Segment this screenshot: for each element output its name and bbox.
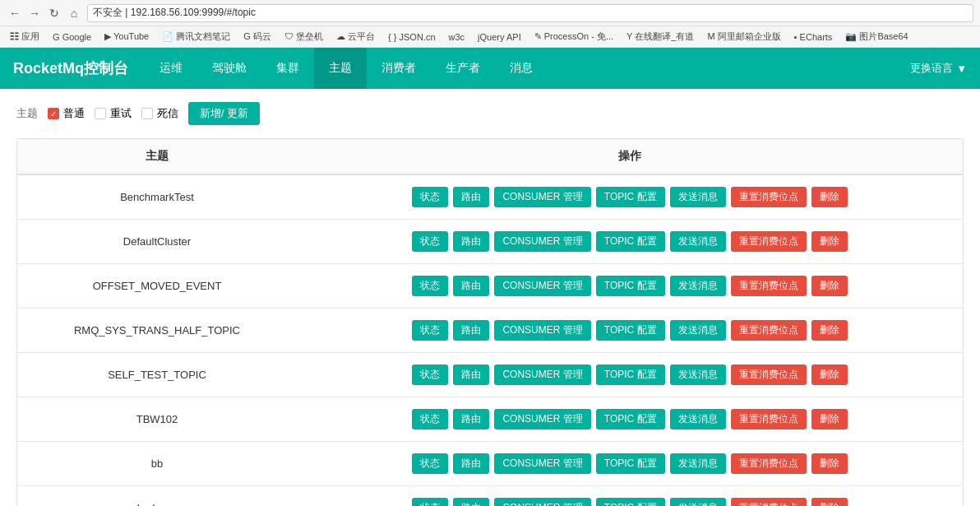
bookmark-google[interactable]: G Google (49, 31, 95, 43)
consumer-button[interactable]: CONSUMER 管理 (494, 364, 590, 385)
bookmark-tencent[interactable]: 📄 腾讯文档笔记 (159, 30, 233, 44)
delete-button[interactable]: 删除 (811, 409, 848, 429)
topic-config-button[interactable]: TOPIC 配置 (596, 320, 665, 341)
delete-button[interactable]: 删除 (811, 364, 848, 385)
nav-item-cluster[interactable]: 集群 (261, 48, 314, 89)
checkbox-dead-box[interactable] (141, 108, 153, 119)
reset-offset-button[interactable]: 重置消费位点 (731, 453, 807, 474)
action-btns-group: 状态路由CONSUMER 管理TOPIC 配置发送消息重置消费位点删除 (310, 231, 950, 252)
topic-config-button[interactable]: TOPIC 配置 (596, 187, 665, 207)
topic-config-button[interactable]: TOPIC 配置 (596, 276, 665, 296)
delete-button[interactable]: 删除 (811, 498, 848, 506)
send-msg-button[interactable]: 发送消息 (670, 453, 726, 474)
consumer-button[interactable]: CONSUMER 管理 (494, 276, 590, 296)
nav-item-producer[interactable]: 生产者 (431, 48, 495, 89)
bookmark-alibaba[interactable]: M 阿里邮箱企业版 (704, 30, 784, 44)
reset-offset-button[interactable]: 重置消费位点 (731, 409, 807, 429)
route-button[interactable]: 路由 (453, 276, 489, 296)
delete-button[interactable]: 删除 (811, 231, 848, 252)
bookmark-apps[interactable]: ☷ 应用 (7, 30, 43, 44)
send-msg-button[interactable]: 发送消息 (670, 364, 726, 385)
consumer-button[interactable]: CONSUMER 管理 (494, 231, 590, 252)
refresh-button[interactable]: ↻ (46, 5, 62, 21)
checkbox-retry[interactable]: 重试 (95, 106, 132, 121)
delete-button[interactable]: 删除 (811, 320, 848, 341)
bookmark-json[interactable]: { } JSON.cn (385, 31, 438, 43)
reset-offset-button[interactable]: 重置消费位点 (731, 231, 807, 252)
col-header-topic: 主题 (17, 139, 297, 174)
status-button[interactable]: 状态 (412, 187, 448, 207)
status-button[interactable]: 状态 (412, 453, 448, 474)
topic-name: BenchmarkTest (17, 174, 297, 220)
delete-button[interactable]: 删除 (811, 187, 848, 207)
filter-bar: 主题 普通 重试 死信 新增/ 更新 (16, 102, 964, 125)
checkbox-retry-box[interactable] (95, 108, 106, 119)
send-msg-button[interactable]: 发送消息 (670, 231, 726, 252)
route-button[interactable]: 路由 (453, 409, 489, 429)
address-bar[interactable] (87, 4, 973, 22)
bookmark-jquery[interactable]: jQuery API (474, 31, 525, 43)
reset-offset-button[interactable]: 重置消费位点 (731, 187, 807, 207)
bookmark-processon[interactable]: ✎ ProcessOn - 免... (531, 30, 617, 44)
consumer-button[interactable]: CONSUMER 管理 (494, 409, 590, 429)
topic-name: SELF_TEST_TOPIC (17, 353, 297, 397)
delete-button[interactable]: 删除 (811, 276, 848, 296)
bookmark-youtube[interactable]: ▶ YouTube (101, 30, 152, 43)
status-button[interactable]: 状态 (412, 498, 448, 506)
bookmark-base64[interactable]: 📷 图片Base64 (842, 30, 911, 44)
topic-config-button[interactable]: TOPIC 配置 (596, 498, 665, 506)
topic-config-button[interactable]: TOPIC 配置 (596, 453, 665, 474)
reset-offset-button[interactable]: 重置消费位点 (731, 364, 807, 385)
nav-item-dashboard[interactable]: 驾驶舱 (197, 48, 261, 89)
status-button[interactable]: 状态 (412, 276, 448, 296)
send-msg-button[interactable]: 发送消息 (670, 409, 726, 429)
topic-config-button[interactable]: TOPIC 配置 (596, 409, 665, 429)
bookmark-cloud[interactable]: ☁ 云平台 (333, 30, 378, 44)
forward-button[interactable]: → (26, 5, 43, 21)
reset-offset-button[interactable]: 重置消费位点 (731, 276, 807, 296)
delete-button[interactable]: 删除 (811, 453, 848, 474)
status-button[interactable]: 状态 (412, 364, 448, 385)
nav-item-consumer[interactable]: 消费者 (367, 48, 431, 89)
nav-item-ops[interactable]: 运维 (145, 48, 197, 89)
route-button[interactable]: 路由 (453, 231, 489, 252)
route-button[interactable]: 路由 (453, 453, 489, 474)
consumer-button[interactable]: CONSUMER 管理 (494, 498, 590, 506)
route-button[interactable]: 路由 (453, 320, 489, 341)
home-button[interactable]: ⌂ (66, 5, 82, 21)
topics-table: 主题 操作 BenchmarkTest状态路由CONSUMER 管理TOPIC … (17, 139, 963, 506)
back-button[interactable]: ← (7, 5, 23, 21)
checkbox-normal-box[interactable] (48, 108, 59, 119)
consumer-button[interactable]: CONSUMER 管理 (494, 320, 590, 341)
bookmark-youdao[interactable]: Y 在线翻译_有道 (623, 30, 697, 44)
reset-offset-button[interactable]: 重置消费位点 (731, 320, 807, 341)
send-msg-button[interactable]: 发送消息 (670, 498, 726, 506)
lang-switch-button[interactable]: 更换语言 ▼ (910, 61, 967, 76)
send-msg-button[interactable]: 发送消息 (670, 276, 726, 296)
status-button[interactable]: 状态 (412, 409, 448, 429)
checkbox-dead[interactable]: 死信 (141, 106, 178, 121)
bookmark-gitee[interactable]: G 码云 (240, 30, 275, 44)
topic-config-button[interactable]: TOPIC 配置 (596, 364, 665, 385)
route-button[interactable]: 路由 (453, 364, 489, 385)
send-msg-button[interactable]: 发送消息 (670, 187, 726, 207)
topic-name: TBW102 (17, 397, 297, 442)
nav-item-message[interactable]: 消息 (495, 48, 548, 89)
consumer-button[interactable]: CONSUMER 管理 (494, 453, 590, 474)
topic-config-button[interactable]: TOPIC 配置 (596, 231, 665, 252)
action-btns-group: 状态路由CONSUMER 管理TOPIC 配置发送消息重置消费位点删除 (310, 276, 950, 296)
bookmark-w3c[interactable]: w3c (446, 31, 469, 43)
route-button[interactable]: 路由 (453, 187, 489, 207)
reset-offset-button[interactable]: 重置消费位点 (731, 498, 807, 506)
nav-buttons[interactable]: ← → ↻ ⌂ (7, 5, 82, 21)
add-update-button[interactable]: 新增/ 更新 (188, 102, 260, 125)
nav-item-topic[interactable]: 主题 (314, 48, 367, 89)
bookmark-bastion[interactable]: 🛡 堡垒机 (281, 30, 326, 44)
status-button[interactable]: 状态 (412, 320, 448, 341)
send-msg-button[interactable]: 发送消息 (670, 320, 726, 341)
status-button[interactable]: 状态 (412, 231, 448, 252)
route-button[interactable]: 路由 (453, 498, 489, 506)
bookmark-echarts[interactable]: ▪ ECharts (791, 31, 836, 43)
checkbox-normal[interactable]: 普通 (48, 106, 85, 121)
consumer-button[interactable]: CONSUMER 管理 (494, 187, 590, 207)
